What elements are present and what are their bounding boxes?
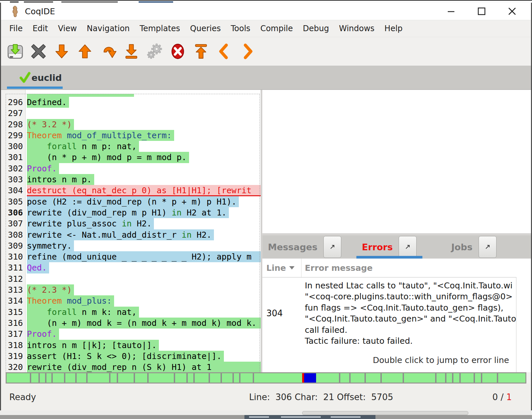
sentence-separator [38, 373, 40, 383]
code-line-312[interactable]: 312 [6, 273, 261, 284]
menu-item-view[interactable]: View [53, 20, 82, 37]
maximize-button[interactable] [476, 6, 487, 17]
code-line-309[interactable]: 309symmetry. [6, 240, 261, 251]
go-to-cursor-icon[interactable] [100, 43, 116, 60]
menu-item-debug[interactable]: Debug [298, 20, 334, 37]
line-number-gutter: 314 [6, 295, 26, 306]
menu-item-windows[interactable]: Windows [334, 20, 379, 37]
code-line-306[interactable]: 306rewrite (div_mod_rep m p H1) in H2 at… [6, 207, 261, 218]
code-line-317[interactable]: 317Proof. [6, 329, 261, 339]
sentence-separator [380, 373, 382, 383]
sentence-separator [339, 373, 340, 383]
char-number: 21 [323, 392, 334, 402]
line-number-gutter: 312 [6, 273, 26, 284]
code-line-313[interactable]: 313(* 2.3 *) [6, 284, 261, 295]
forward-one-command-icon[interactable] [53, 43, 70, 60]
proof-progress-bar [6, 372, 526, 384]
line-number-gutter: 311 [6, 262, 26, 273]
code-line-302[interactable]: 302Proof. [6, 163, 261, 174]
errors-scrollbar[interactable] [516, 277, 531, 372]
bottom-panel-tabs: MessagesErrorsJobs [262, 235, 531, 259]
code-line-304[interactable]: 304destruct (eq_nat_dec p 0) as [H1|H1];… [6, 185, 261, 196]
line-number-gutter: 303 [6, 174, 26, 185]
sentence-separator [193, 373, 195, 383]
code-line-307[interactable]: 307rewrite plus_assoc in H2. [6, 218, 261, 229]
close-icon[interactable] [30, 43, 47, 60]
run-to-end-icon[interactable] [123, 43, 140, 60]
line-number-gutter: 305 [6, 196, 26, 207]
sentence-separator [45, 373, 46, 383]
code-line-320[interactable]: 320rewrite (div_mod_rep n (S k) H1) at 1 [6, 362, 261, 372]
detach-errors-button[interactable] [399, 236, 417, 258]
sentence-separator [134, 373, 135, 383]
code-line-partial[interactable] [6, 94, 261, 97]
line-number-gutter: 309 [6, 240, 26, 251]
detach-arrow-icon [485, 244, 491, 250]
code-line-299[interactable]: 299Theorem mod_of_multiple_term: [6, 130, 261, 141]
background-scrollbar [302, 411, 468, 415]
code-line-316[interactable]: 316 (n + m) mod k = (n mod k + m mod k) … [6, 318, 261, 329]
menu-item-queries[interactable]: Queries [185, 20, 226, 37]
sentence-separator [452, 373, 453, 383]
menu-item-templates[interactable]: Templates [135, 20, 185, 37]
code-line-315[interactable]: 315 forall n m k: nat, [6, 307, 261, 318]
code-line-298[interactable]: 298(* 3.2 *) [6, 119, 261, 130]
code-line-300[interactable]: 300 forall n m p: nat, [6, 141, 261, 152]
column-header-error-message[interactable]: Error message [301, 263, 372, 273]
code-line-311[interactable]: 311Qed. [6, 262, 261, 273]
close-button[interactable] [506, 6, 518, 17]
tab-euclid[interactable]: euclid [15, 66, 66, 90]
sentence-separator [365, 373, 366, 383]
restart-icon[interactable] [193, 43, 209, 60]
gears-icon [146, 43, 163, 60]
code-line-318[interactable]: 318intros n m [|k]; [tauto|]. [6, 340, 261, 351]
errors-section: MessagesErrorsJobs Line Error message 30… [262, 235, 531, 372]
save-icon[interactable] [7, 43, 24, 60]
code-line-296[interactable]: 296Defined. [6, 97, 261, 108]
detach-messages-button[interactable] [323, 236, 341, 258]
panel-tab-errors[interactable]: Errors [347, 235, 432, 259]
code-line-314[interactable]: 314Theorem mod_plus: [6, 295, 261, 306]
code-line-301[interactable]: 301 (n * p + m) mod p = m mod p. [6, 152, 261, 163]
error-line-number: 304 [262, 280, 301, 346]
column-header-line[interactable]: Line [262, 259, 301, 277]
detach-jobs-button[interactable] [479, 236, 497, 258]
minimize-button[interactable] [445, 6, 457, 17]
error-counter: 0 / 1 [493, 392, 512, 402]
panel-tab-jobs[interactable]: Jobs [432, 235, 516, 259]
line-number-gutter: 304 [6, 185, 26, 196]
code-editor[interactable]: 296Defined.297298(* 3.2 *)299Theorem mod… [6, 90, 261, 372]
menu-item-compile[interactable]: Compile [255, 20, 298, 37]
line-number-gutter: 315 [6, 307, 26, 318]
next-icon[interactable] [239, 43, 256, 60]
coqide-logo-icon [10, 5, 21, 17]
detach-arrow-icon [329, 244, 335, 250]
title-bar[interactable]: CoqIDE [1, 3, 531, 20]
sentence-separator [435, 373, 436, 383]
backward-one-command-icon[interactable] [77, 43, 93, 60]
code-line-310[interactable]: 310refine (mod_unique _ _ _ _ _ _ _ H2);… [6, 251, 261, 262]
error-row[interactable]: 304In nested Ltac calls to "tauto", "<Co… [262, 280, 531, 346]
previous-icon[interactable] [216, 43, 233, 60]
sentence-separator [221, 373, 222, 383]
code-line-319[interactable]: 319assert (H1: S k <> 0); [discriminate|… [6, 351, 261, 362]
menu-item-edit[interactable]: Edit [28, 20, 53, 37]
menu-item-tools[interactable]: Tools [226, 20, 255, 37]
goals-panel[interactable] [262, 90, 531, 234]
sentence-separator [174, 373, 175, 383]
panel-tab-messages[interactable]: Messages [262, 235, 347, 259]
code-line-297[interactable]: 297 [6, 108, 261, 119]
menu-item-file[interactable]: File [4, 20, 28, 37]
line-number-gutter: 319 [6, 351, 26, 362]
menu-item-help[interactable]: Help [379, 20, 408, 37]
interrupt-icon[interactable] [169, 43, 186, 60]
code-line-305[interactable]: 305pose (H2 := div_mod_rep (n * p + m) p… [6, 196, 261, 207]
code-line-308[interactable]: 308rewrite <- Nat.mul_add_distr_r in H2. [6, 229, 261, 240]
sentence-separator [75, 373, 77, 383]
code-line-303[interactable]: 303intros n m p. [6, 174, 261, 185]
line-number-gutter: 302 [6, 163, 26, 174]
current-segment [304, 373, 316, 383]
sentence-separator [117, 373, 118, 383]
menu-item-navigation[interactable]: Navigation [82, 20, 135, 37]
right-panel: MessagesErrorsJobs Line Error message 30… [262, 90, 531, 372]
